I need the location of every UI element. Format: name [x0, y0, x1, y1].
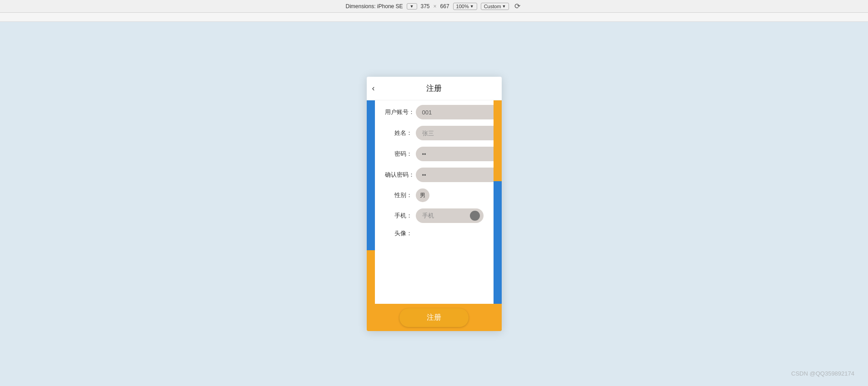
confirm-password-label: 确认密码： [385, 171, 412, 179]
gender-label: 性别： [385, 191, 412, 199]
phone-input-wrapper: 手机 [416, 208, 484, 223]
zoom-dropdown[interactable]: 100% ▼ [453, 3, 477, 10]
phone-header: ‹ 注册 [367, 77, 502, 100]
height-value: 667 [440, 3, 449, 10]
register-label: 注册 [427, 313, 441, 321]
x-separator: × [434, 3, 437, 10]
password-label: 密码： [385, 150, 412, 158]
name-label: 姓名： [385, 129, 412, 137]
password-row: 密码： [385, 147, 484, 161]
register-btn-area: 注册 [367, 304, 502, 331]
phone-label: 手机： [385, 212, 412, 220]
form-area: 用户账号： 姓名： 密码： 确认密码： [375, 100, 494, 331]
phone-frame: ‹ 注册 用户账号： [367, 77, 502, 331]
left-blue-deco [367, 100, 375, 250]
rotate-icon: ⟳ [514, 2, 520, 10]
right-yellow-deco [494, 100, 502, 181]
zoom-value: 100% [456, 4, 469, 9]
page-title: 注册 [426, 83, 442, 94]
watermark: CSDN @QQ359892174 [791, 370, 854, 377]
back-icon: ‹ [372, 84, 375, 93]
username-row: 用户账号： [385, 105, 484, 119]
name-row: 姓名： [385, 126, 484, 140]
custom-dropdown[interactable]: Custom ▼ [481, 3, 509, 10]
name-input[interactable] [416, 126, 494, 140]
dimensions-dropdown[interactable]: ▼ [407, 3, 417, 10]
left-decoration [367, 100, 375, 331]
phone-row: 手机： 手机 [385, 208, 484, 223]
zoom-chevron: ▼ [470, 4, 474, 9]
width-value: 375 [421, 3, 430, 10]
right-decoration [494, 100, 502, 331]
avatar-label: 头像： [385, 229, 412, 238]
confirm-password-row: 确认密码： [385, 168, 484, 182]
username-input[interactable] [416, 105, 494, 119]
username-label: 用户账号： [385, 108, 412, 116]
phone-toggle-button[interactable] [470, 211, 480, 221]
dimensions-chevron: ▼ [410, 4, 414, 9]
gender-row: 性别： 男 [385, 188, 484, 202]
main-area: ‹ 注册 用户账号： [0, 22, 868, 386]
back-button[interactable]: ‹ [372, 84, 375, 93]
phone-placeholder: 手机 [419, 212, 470, 220]
confirm-password-input[interactable] [416, 168, 494, 182]
dimensions-label: Dimensions: iPhone SE [346, 3, 403, 10]
avatar-row: 头像： [385, 229, 484, 238]
custom-label: Custom [484, 4, 501, 9]
phone-body: 用户账号： 姓名： 密码： 确认密码： [367, 100, 502, 331]
gender-value: 男 [420, 192, 425, 199]
ruler [0, 13, 868, 22]
custom-chevron: ▼ [502, 4, 506, 9]
password-input[interactable] [416, 147, 494, 161]
register-button[interactable]: 注册 [399, 308, 469, 327]
rotate-button[interactable]: ⟳ [513, 2, 522, 10]
gender-button[interactable]: 男 [416, 188, 429, 202]
top-toolbar: Dimensions: iPhone SE ▼ 375 × 667 100% ▼… [0, 0, 868, 13]
